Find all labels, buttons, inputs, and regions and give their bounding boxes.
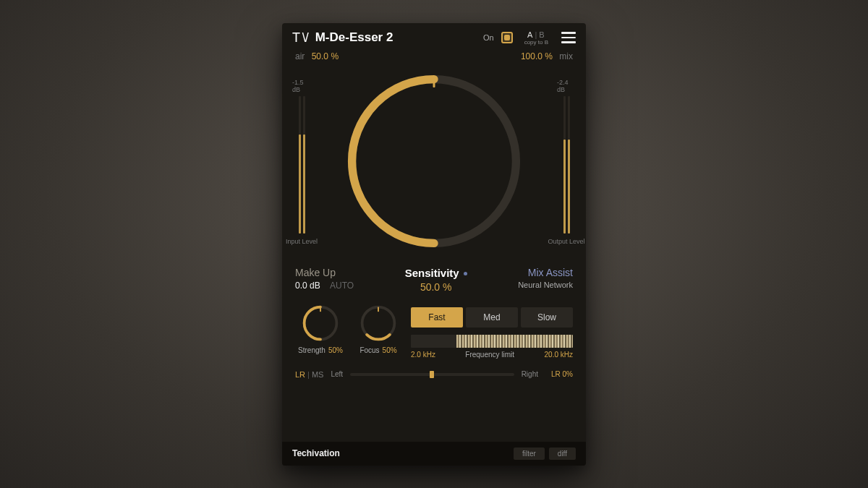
output-meter: -2.4 dB Output Level [557,79,576,245]
sensitivity-dial[interactable] [343,70,525,252]
makeup-value[interactable]: 0.0 dB [295,281,320,291]
copy-to-b[interactable]: copy to B [524,39,548,46]
air-readout[interactable]: air 50.0 % [295,51,339,61]
sensitivity-value[interactable]: 50.0 % [420,281,452,293]
input-meter: -1.5 dB Input Level [292,79,311,245]
speed-med-button[interactable]: Med [466,307,518,328]
power-label: On [483,33,494,42]
menu-icon[interactable] [561,32,576,43]
power-toggle[interactable] [501,32,513,43]
freq-low-value[interactable]: 2.0 kHz [411,351,435,359]
focus-knob[interactable]: Focus50% [353,303,404,354]
main-dial-area: -1.5 dB Input Level -2.4 dB Output Level [282,64,586,265]
filter-button[interactable]: filter [514,448,545,460]
plugin-title: M-De-Esser 2 [315,30,393,45]
preset-b[interactable]: B [539,30,545,39]
header: T \/ M-De-Esser 2 On A|B copy to B [282,23,586,50]
balance-value[interactable]: LR 0% [545,370,573,378]
makeup-section[interactable]: Make Up 0.0 dB AUTO [295,267,354,293]
svg-rect-2 [320,307,321,312]
strength-knob[interactable]: Strength50% [295,303,346,354]
speed-slow-button[interactable]: Slow [521,307,573,328]
diff-button[interactable]: diff [549,448,576,460]
makeup-auto-button[interactable]: AUTO [330,281,354,291]
indicator-dot-icon [464,272,467,275]
frequency-limit-slider[interactable] [411,335,573,348]
ab-compare[interactable]: A|B copy to B [524,30,548,46]
brand-logo-icon: T \/ [292,30,308,46]
freq-high-value[interactable]: 20.0 kHz [545,351,573,359]
speed-selector: Fast Med Slow [411,307,573,328]
svg-rect-4 [378,307,379,312]
preset-a[interactable]: A [527,30,533,39]
speed-fast-button[interactable]: Fast [411,307,463,328]
sensitivity-section: Sensitivity 50.0 % [405,267,467,293]
mix-assist-section[interactable]: Mix Assist Neural Network [518,267,573,293]
plugin-window: T \/ M-De-Esser 2 On A|B copy to B air 5… [282,23,586,466]
lr-ms-toggle[interactable]: LR|MS [295,370,323,379]
dial-pointer-icon [433,77,435,87]
brand-name: Techivation [292,448,340,458]
mix-readout[interactable]: 100.0 % mix [521,51,573,61]
balance-slider[interactable] [350,373,514,376]
footer: Techivation filter diff [282,442,586,466]
